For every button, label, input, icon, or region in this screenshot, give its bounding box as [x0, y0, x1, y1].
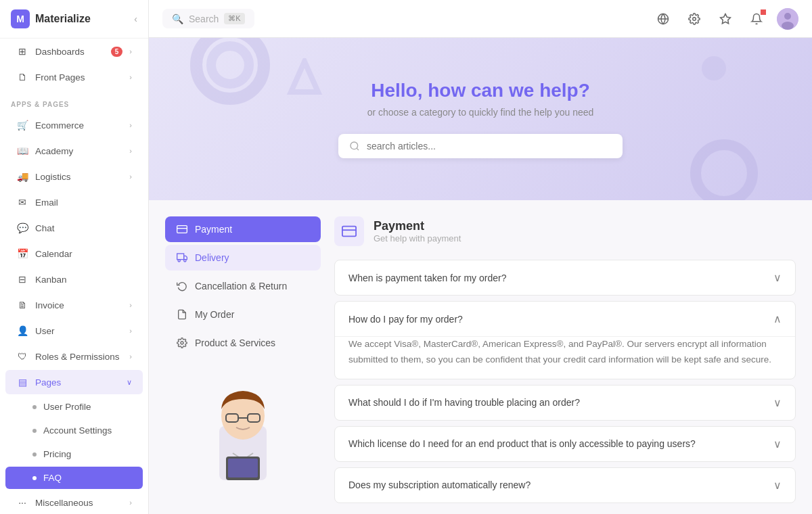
translate-icon[interactable] [652, 8, 674, 30]
chevron-up-icon: ∧ [773, 312, 782, 325]
sidebar-item-logistics[interactable]: 🚚 Logistics › [5, 164, 143, 189]
accordion-header-q1[interactable]: When is payment taken for my order? ∨ [335, 260, 795, 295]
sidebar-item-invoice[interactable]: 🗎 Invoice › [5, 293, 143, 317]
faq-nav-payment[interactable]: Payment [165, 216, 321, 242]
sidebar-item-calendar[interactable]: 📅 Calendar [5, 241, 143, 266]
chevron-right-icon: › [129, 172, 132, 181]
sidebar-item-label: Kanban [35, 275, 132, 285]
svg-point-6 [782, 22, 794, 30]
sidebar-subitem-account-settings[interactable]: Account Settings [5, 419, 143, 442]
sidebar-subitem-pricing[interactable]: Pricing [5, 443, 143, 465]
sidebar-item-email[interactable]: ✉ Email [5, 190, 143, 214]
sidebar-item-label: Account Settings [43, 425, 132, 436]
sidebar-item-miscellaneous[interactable]: ··· Miscellaneous › [5, 490, 143, 514]
question-badge-area: Question [334, 509, 796, 514]
chevron-down-icon: ∨ [127, 378, 132, 387]
dashboards-badge: 5 [111, 47, 123, 57]
accordion-question: Does my subscription automatically renew… [348, 480, 531, 490]
faq-character [165, 372, 321, 487]
chevron-right-icon: › [129, 47, 132, 55]
accordion-header-q2[interactable]: How do I pay for my order? ∧ [335, 302, 795, 336]
deco-shape-4 [284, 58, 325, 99]
svg-point-18 [178, 260, 180, 262]
sidebar-item-kanban[interactable]: ⊟ Kanban [5, 267, 143, 291]
notification-icon[interactable] [746, 8, 767, 30]
svg-marker-11 [291, 62, 318, 92]
svg-point-20 [181, 342, 183, 344]
svg-line-13 [357, 148, 359, 150]
sidebar-item-label: Academy [35, 146, 122, 156]
faq-nav: Payment Delivery Cancellation & Return [165, 216, 321, 514]
topbar: 🔍 Search ⌘K [149, 0, 812, 38]
sidebar-header: M Materialize ‹ [0, 0, 148, 39]
chevron-right-icon: › [129, 327, 132, 335]
chevron-right-icon: › [129, 352, 132, 360]
svg-point-5 [784, 13, 791, 20]
faq-category-title: Payment [374, 219, 461, 233]
sidebar-item-academy[interactable]: 📖 Academy › [5, 139, 143, 163]
avatar[interactable] [777, 8, 798, 30]
search-area[interactable]: 🔍 Search ⌘K [162, 9, 254, 28]
dot-icon [32, 405, 37, 409]
hero-search[interactable] [338, 134, 623, 158]
dot-icon [32, 452, 37, 457]
svg-rect-27 [228, 459, 258, 477]
hero-search-icon [349, 141, 360, 151]
accordion-body-q2: We accept Visa®, MasterCard®, American E… [335, 336, 795, 379]
file-icon: 🗋 [16, 71, 28, 83]
faq-nav-label: Cancellation & Return [195, 281, 287, 291]
sidebar-item-label: Roles & Permissions [35, 352, 122, 362]
sidebar-item-chat[interactable]: 💬 Chat [5, 216, 143, 240]
faq-header-icon [334, 216, 364, 246]
calendar-icon: 📅 [16, 248, 28, 260]
mail-icon: ✉ [16, 196, 28, 208]
sidebar-subitem-faq[interactable]: FAQ [5, 467, 143, 489]
sidebar-item-user[interactable]: 👤 User › [5, 319, 143, 343]
settings-icon[interactable] [683, 8, 705, 30]
chevron-down-icon: ∨ [773, 271, 782, 284]
sidebar-item-front-pages[interactable]: 🗋 Front Pages › [5, 65, 143, 89]
faq-nav-label: Delivery [195, 252, 229, 263]
sidebar-item-label: Pages [35, 377, 120, 388]
deco-shape-3 [697, 51, 731, 85]
sidebar-item-label: Chat [35, 223, 132, 233]
more-horizontal-icon: ··· [16, 496, 28, 509]
page-content: Hello, how can we help? or choose a cate… [149, 38, 812, 514]
svg-point-19 [184, 260, 186, 262]
search-icon: 🔍 [172, 14, 183, 24]
deco-shape-1 [189, 38, 271, 106]
star-icon[interactable] [715, 8, 736, 30]
sidebar-item-label: Invoice [35, 300, 122, 310]
accordion-q4: Which license do I need for an end produ… [334, 426, 796, 462]
accordion-q2: How do I pay for my order? ∧ We accept V… [334, 301, 796, 379]
hero-search-input[interactable] [367, 141, 612, 151]
accordion-header-q3[interactable]: What should I do if I'm having trouble p… [335, 386, 795, 420]
faq-nav-my-order[interactable]: My Order [165, 302, 321, 327]
chevron-right-icon: › [129, 121, 132, 129]
sidebar-item-label: Miscellaneous [35, 498, 122, 508]
sidebar-item-label: Front Pages [35, 72, 122, 83]
hero-subtitle: or choose a category to quickly find the… [367, 107, 594, 118]
collapse-button[interactable]: ‹ [134, 14, 137, 24]
svg-marker-3 [721, 14, 731, 23]
faq-nav-delivery[interactable]: Delivery [165, 245, 321, 271]
file-text-icon: 🗎 [16, 299, 28, 311]
sidebar-item-ecommerce[interactable]: 🛒 Ecommerce › [5, 113, 143, 137]
faq-nav-product-services[interactable]: Product & Services [165, 330, 321, 356]
kanban-icon: ⊟ [16, 273, 28, 285]
faq-nav-cancellation[interactable]: Cancellation & Return [165, 273, 321, 299]
sidebar-item-label: Pricing [43, 449, 132, 459]
hero-title: Hello, how can we help? [371, 80, 590, 101]
accordion-header-q5[interactable]: Does my subscription automatically renew… [335, 468, 795, 503]
sidebar-item-pages[interactable]: ▤ Pages ∨ [5, 370, 143, 394]
cancellation-icon [176, 280, 188, 292]
accordion-question: How do I pay for my order? [348, 314, 463, 325]
accordion-header-q4[interactable]: Which license do I need for an end produ… [335, 427, 795, 461]
faq-nav-label: Product & Services [195, 337, 275, 348]
app-name: Materialize [35, 13, 91, 25]
accordion-q3: What should I do if I'm having trouble p… [334, 385, 796, 421]
sidebar-subitem-user-profile[interactable]: User Profile [5, 396, 143, 418]
sidebar-item-roles[interactable]: 🛡 Roles & Permissions › [5, 344, 143, 369]
faq-category-sub: Get help with payment [374, 233, 461, 243]
sidebar-item-dashboards[interactable]: ⊞ Dashboards 5 › [5, 39, 143, 64]
